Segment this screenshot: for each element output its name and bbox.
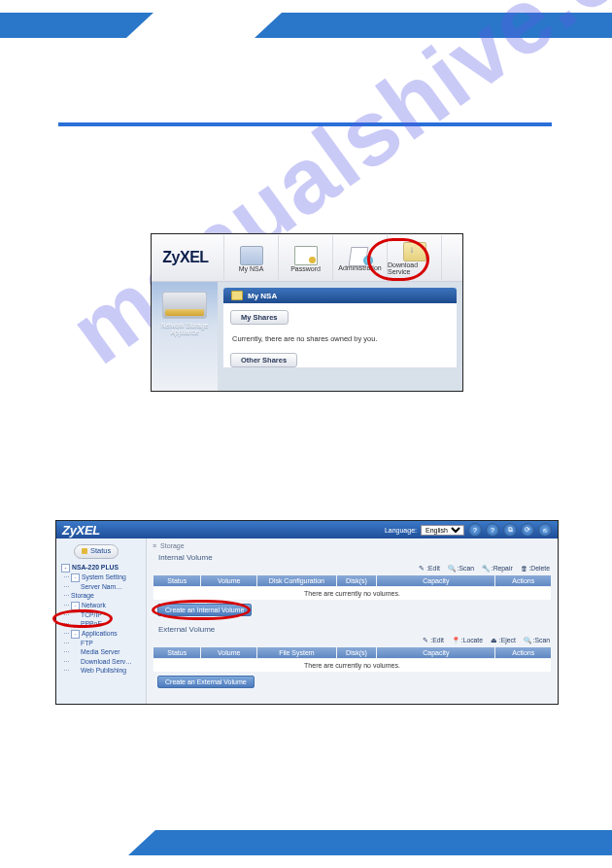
top-icon-1[interactable]: ? xyxy=(468,523,482,537)
action-eject[interactable]: ⏏ :Eject xyxy=(491,637,516,643)
action-edit[interactable]: ✎ :Edit xyxy=(419,565,440,572)
horizontal-rule xyxy=(58,122,552,126)
tree-item-download[interactable]: Download Serv… xyxy=(61,657,144,667)
action-delete[interactable]: 🗑 :Delete xyxy=(521,565,550,572)
label: Status xyxy=(90,546,111,557)
tree-item-applications[interactable]: -Applications xyxy=(61,629,144,639)
tree-item-media[interactable]: Media Server xyxy=(61,647,144,657)
th-fs: File System xyxy=(257,647,336,658)
folder-icon xyxy=(231,291,243,300)
internal-actions: ✎ :Edit 🔍 :Scan 🔧 :Repair 🗑 :Delete xyxy=(153,565,550,573)
header-left-wedge xyxy=(126,13,153,38)
tree-item-network[interactable]: -Network xyxy=(61,601,144,610)
red-highlight-administration xyxy=(367,238,429,281)
red-highlight-create-internal xyxy=(152,600,251,620)
th-disks: Disk(s) xyxy=(337,575,376,586)
breadcrumb: ≡Storage xyxy=(153,542,552,549)
tree-item-webpub[interactable]: Web Publishing xyxy=(61,666,144,676)
tree-item-storage[interactable]: Storage xyxy=(61,591,144,601)
password-icon xyxy=(294,246,318,265)
my-shares-tab[interactable]: My Shares xyxy=(230,310,289,325)
fig2-topbar: ZyXEL Language: English ? ? ⧉ ⟳ ⎋ xyxy=(56,521,558,538)
language-select[interactable]: English xyxy=(421,525,464,536)
header-left-bar xyxy=(0,13,126,38)
th-disks: Disk(s) xyxy=(337,647,376,658)
th-status: Status xyxy=(153,575,200,586)
th-status: Status xyxy=(153,647,200,658)
panel-title: My NSA xyxy=(248,292,277,300)
red-highlight-storage xyxy=(52,609,113,628)
top-toolbar: ZyXEL My NSA Password Administration Dow… xyxy=(152,234,462,282)
status-icon xyxy=(82,548,87,554)
header-right-wedge xyxy=(255,13,282,38)
my-nsa-icon xyxy=(240,246,263,265)
th-diskconf: Disk Configuration xyxy=(257,575,336,586)
fig1-sidebar: Network Storage Appliance xyxy=(152,282,218,391)
no-shares-message: Currently, there are no shares owned by … xyxy=(232,334,448,343)
no-volumes-message: There are currently no volumes. xyxy=(153,659,551,672)
th-capacity: Capacity xyxy=(377,575,494,586)
header-right-bar xyxy=(282,13,612,38)
language-label: Language: xyxy=(385,527,417,534)
top-icon-4[interactable]: ⟳ xyxy=(521,523,534,537)
create-external-volume-button[interactable]: Create an External Volume xyxy=(157,676,255,688)
external-actions: ✎ :Edit 📍 :Locate ⏏ :Eject 🔍 :Scan xyxy=(153,637,550,644)
th-actions: Actions xyxy=(495,575,551,586)
th-actions: Actions xyxy=(495,647,551,658)
no-volumes-message: There are currently no volumes. xyxy=(153,587,551,600)
status-button[interactable]: Status xyxy=(74,544,119,559)
section-external-title: External Volume xyxy=(158,625,552,634)
label: Password xyxy=(290,265,321,272)
action-repair[interactable]: 🔧 :Repair xyxy=(482,565,513,572)
action-edit[interactable]: ✎ :Edit xyxy=(423,637,444,643)
internal-volume-table: Status Volume Disk Configuration Disk(s)… xyxy=(153,574,552,601)
tree-root[interactable]: -NSA-220 PLUS xyxy=(61,563,144,573)
nav-sidebar: Status -NSA-220 PLUS -System Setting Ser… xyxy=(56,538,147,704)
zyxel-logo: ZyXEL xyxy=(62,523,100,538)
footer-bar xyxy=(155,830,612,855)
action-locate[interactable]: 📍 :Locate xyxy=(452,637,483,643)
th-volume: Volume xyxy=(201,575,256,586)
section-internal-title: Internal Volume xyxy=(158,553,552,562)
fig1-content: My NSA My Shares Currently, there are no… xyxy=(218,282,462,391)
tree-item-ftp[interactable]: FTP xyxy=(61,639,144,648)
th-volume: Volume xyxy=(201,647,256,658)
external-volume-table: Status Volume File System Disk(s) Capaci… xyxy=(153,646,552,673)
device-icon xyxy=(162,292,207,319)
label: My NSA xyxy=(239,265,264,272)
my-nsa-button[interactable]: My NSA xyxy=(223,235,278,280)
top-icon-3[interactable]: ⧉ xyxy=(503,523,517,537)
device-label: Network Storage Appliance xyxy=(152,323,218,336)
breadcrumb-icon: ≡ xyxy=(153,542,156,549)
panel-header: My NSA xyxy=(223,288,457,303)
figure-2-screenshot: ZyXEL Language: English ? ? ⧉ ⟳ ⎋ Status… xyxy=(55,520,559,705)
storage-content: ≡Storage Internal Volume ✎ :Edit 🔍 :Scan… xyxy=(147,538,558,704)
zyxel-logo: ZyXEL xyxy=(152,249,220,266)
action-scan[interactable]: 🔍 :Scan xyxy=(448,565,474,572)
action-scan[interactable]: 🔍 :Scan xyxy=(524,637,550,643)
other-shares-tab[interactable]: Other Shares xyxy=(230,353,297,367)
password-button[interactable]: Password xyxy=(278,235,332,280)
top-icon-2[interactable]: ? xyxy=(486,523,499,537)
th-capacity: Capacity xyxy=(377,647,494,658)
top-icon-5[interactable]: ⎋ xyxy=(538,523,552,537)
tree-item-system[interactable]: -System Setting xyxy=(61,573,144,582)
tree-item-servername[interactable]: Server Nam… xyxy=(61,582,144,592)
footer-wedge xyxy=(128,830,155,855)
figure-1-screenshot: ZyXEL My NSA Password Administration Dow… xyxy=(151,233,463,392)
